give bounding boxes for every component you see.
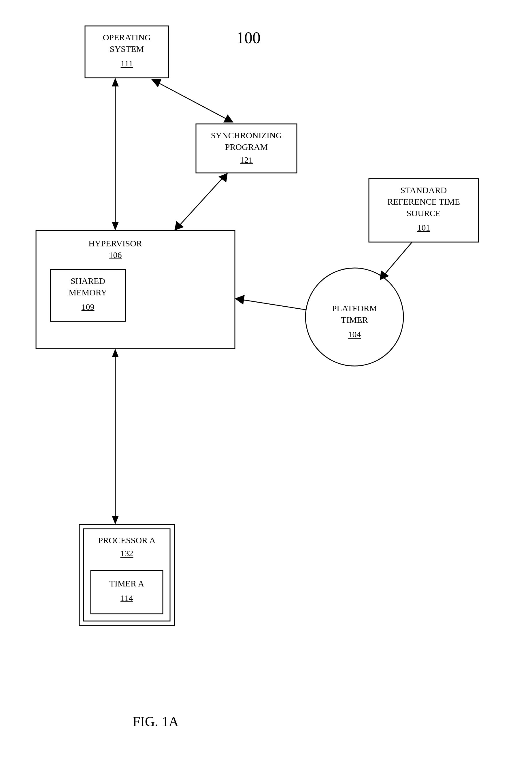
platform-timer-label-line2: TIMER xyxy=(341,315,368,324)
timer-a-box: TIMER A 114 xyxy=(91,571,163,614)
shared-memory-ref: 109 xyxy=(82,302,95,312)
sync-program-ref: 121 xyxy=(240,155,253,165)
arrow-sync-hypervisor xyxy=(174,173,228,231)
std-ref-ref: 101 xyxy=(417,223,430,232)
platform-timer-circle: PLATFORM TIMER 104 xyxy=(305,268,403,366)
operating-system-label-line1: OPERATING xyxy=(103,33,151,42)
timer-a-ref: 114 xyxy=(120,593,133,603)
timer-a-label: TIMER A xyxy=(110,579,144,588)
std-ref-label-line2: REFERENCE TIME xyxy=(387,197,460,206)
shared-memory-box: SHARED MEMORY 109 xyxy=(50,269,125,321)
hypervisor-label: HYPERVISOR xyxy=(88,239,142,248)
arrow-stdref-timer xyxy=(380,242,412,280)
svg-marker-21 xyxy=(235,295,245,305)
arrow-os-sync xyxy=(151,79,233,122)
svg-rect-8 xyxy=(91,571,163,614)
operating-system-box: OPERATING SYSTEM 111 xyxy=(85,26,169,78)
processor-a-label: PROCESSOR A xyxy=(98,535,156,545)
figure-label: FIG. 1A xyxy=(133,714,179,729)
svg-marker-11 xyxy=(112,222,119,231)
diagram-number: 100 xyxy=(236,29,261,47)
platform-timer-label-line1: PLATFORM xyxy=(332,303,377,313)
processor-a-ref: 132 xyxy=(120,548,133,558)
svg-line-15 xyxy=(179,177,223,226)
arrow-hypervisor-processor xyxy=(112,349,119,524)
sync-program-label-line1: SYNCHRONIZING xyxy=(211,131,282,140)
svg-line-20 xyxy=(242,300,306,310)
shared-memory-label-line1: SHARED xyxy=(71,276,105,286)
hypervisor-ref: 106 xyxy=(109,250,122,260)
svg-line-12 xyxy=(157,82,228,120)
shared-memory-label-line2: MEMORY xyxy=(69,288,107,297)
svg-marker-10 xyxy=(112,78,119,86)
arrow-timer-hypervisor xyxy=(235,295,306,310)
svg-marker-24 xyxy=(112,516,119,524)
svg-marker-23 xyxy=(112,349,119,357)
sync-program-label-line2: PROGRAM xyxy=(225,142,268,152)
std-ref-label-line1: STANDARD xyxy=(401,185,447,195)
synchronizing-program-box: SYNCHRONIZING PROGRAM 121 xyxy=(196,124,297,173)
std-ref-label-line3: SOURCE xyxy=(407,208,441,218)
svg-line-18 xyxy=(384,242,412,275)
operating-system-label-line2: SYSTEM xyxy=(110,44,144,54)
operating-system-ref: 111 xyxy=(121,58,133,68)
platform-timer-ref: 104 xyxy=(348,329,361,339)
arrow-os-hypervisor xyxy=(112,78,119,231)
standard-reference-box: STANDARD REFERENCE TIME SOURCE 101 xyxy=(369,179,478,242)
